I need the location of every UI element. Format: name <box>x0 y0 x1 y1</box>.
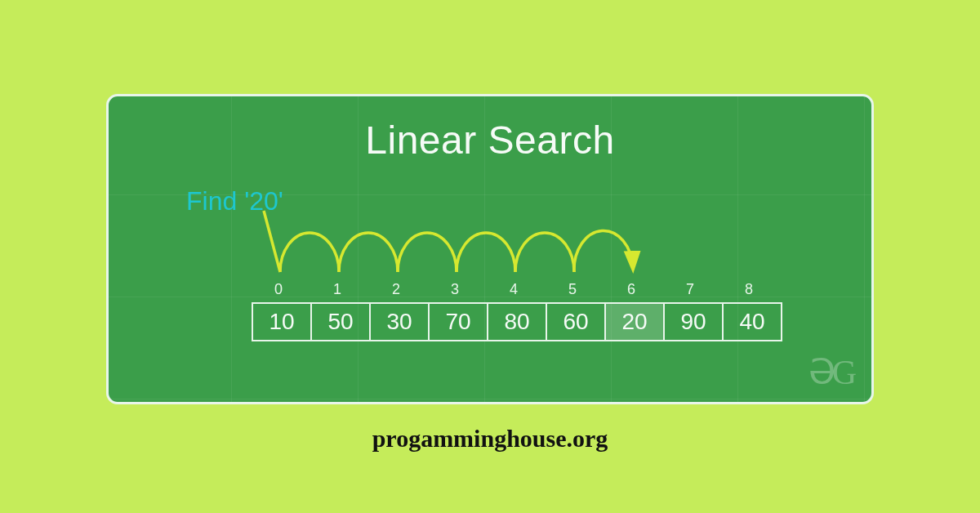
index-label: 3 <box>443 281 467 298</box>
array-cell: 60 <box>546 302 606 341</box>
index-label: 7 <box>678 281 702 298</box>
index-label: 4 <box>501 281 526 298</box>
index-label: 6 <box>619 281 644 298</box>
array-cells: 10 50 30 70 80 60 20 90 40 <box>252 302 782 341</box>
array-cell: 50 <box>310 302 371 341</box>
array-cell: 40 <box>722 302 782 341</box>
hop-arrows <box>239 186 697 276</box>
diagram-card: Linear Search Find '20' 0 1 2 3 4 5 6 7 … <box>106 94 874 404</box>
index-label: 8 <box>737 281 761 298</box>
array-cell: 70 <box>428 302 488 341</box>
array-cell-highlight: 20 <box>604 302 665 341</box>
caption-text: progamminghouse.org <box>0 425 980 453</box>
array-cell: 90 <box>663 302 724 341</box>
index-label: 1 <box>325 281 350 298</box>
index-label: 5 <box>560 281 585 298</box>
array-cell: 30 <box>369 302 430 341</box>
index-label: 0 <box>266 281 291 298</box>
array-cell: 10 <box>252 302 312 341</box>
diagram-title: Linear Search <box>109 118 871 163</box>
index-label: 2 <box>384 281 408 298</box>
array-cell: 80 <box>487 302 547 341</box>
source-logo: ƏG <box>808 352 853 392</box>
